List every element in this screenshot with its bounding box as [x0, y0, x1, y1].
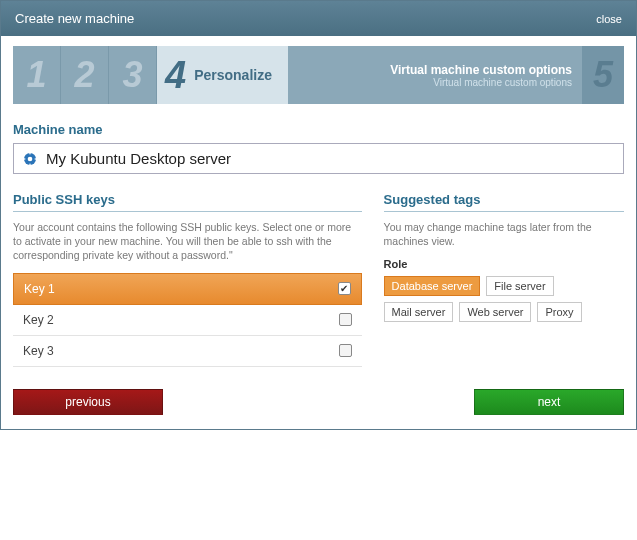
dialog-body: 1 2 3 4 Personalize Virtual machine cust…: [1, 36, 636, 379]
step-current-number: 4: [165, 54, 186, 97]
machine-name-input[interactable]: My Kubuntu Desktop server: [13, 143, 624, 174]
svg-rect-5: [35, 158, 38, 159]
step-3[interactable]: 3: [109, 46, 157, 104]
create-machine-dialog: Create new machine close 1 2 3 4 Persona…: [0, 0, 637, 430]
ssh-key-list: Key 1 ✔ Key 2 Key 3: [13, 273, 362, 367]
close-button[interactable]: close: [596, 13, 622, 25]
next-button[interactable]: next: [474, 389, 624, 415]
tag-mail-server[interactable]: Mail server: [384, 302, 454, 322]
ssh-key-row[interactable]: Key 2: [13, 305, 362, 336]
tag-file-server[interactable]: File server: [486, 276, 553, 296]
suggested-tags-section: Suggested tags You may change machine ta…: [384, 192, 624, 367]
step-options-title: Virtual machine custom options: [390, 63, 572, 77]
dialog-footer: previous next: [1, 379, 636, 429]
titlebar: Create new machine close: [1, 1, 636, 36]
svg-rect-2: [29, 151, 30, 154]
svg-rect-4: [23, 158, 26, 159]
machine-name-label: Machine name: [13, 122, 624, 137]
step-4-current: 4 Personalize: [157, 46, 288, 104]
svg-point-1: [28, 156, 33, 161]
role-label: Role: [384, 258, 624, 270]
suggested-tags-heading: Suggested tags: [384, 192, 624, 212]
tag-database-server[interactable]: Database server: [384, 276, 481, 296]
ssh-keys-heading: Public SSH keys: [13, 192, 362, 212]
step-current-label: Personalize: [194, 67, 272, 83]
wizard-steps: 1 2 3 4 Personalize Virtual machine cust…: [13, 46, 624, 104]
checkbox-icon[interactable]: [339, 344, 352, 357]
ssh-key-row[interactable]: Key 1 ✔: [13, 273, 362, 305]
machine-name-value: My Kubuntu Desktop server: [46, 150, 231, 167]
tag-web-server[interactable]: Web server: [459, 302, 531, 322]
step-2[interactable]: 2: [61, 46, 109, 104]
gear-icon: [22, 151, 38, 167]
svg-rect-3: [29, 163, 30, 166]
checkbox-icon[interactable]: [339, 313, 352, 326]
ssh-key-row[interactable]: Key 3: [13, 336, 362, 367]
previous-button[interactable]: previous: [13, 389, 163, 415]
tag-proxy[interactable]: Proxy: [537, 302, 581, 322]
ssh-key-label: Key 1: [24, 282, 55, 296]
suggested-tags-hint: You may change machine tags later from t…: [384, 220, 624, 248]
checkbox-icon[interactable]: ✔: [338, 282, 351, 295]
step-5[interactable]: 5: [582, 46, 624, 104]
step-options: Virtual machine custom options Virtual m…: [288, 46, 582, 104]
ssh-keys-section: Public SSH keys Your account contains th…: [13, 192, 362, 367]
tag-list: Database server File server Mail server …: [384, 276, 624, 322]
ssh-key-label: Key 2: [23, 313, 54, 327]
dialog-title: Create new machine: [15, 11, 134, 26]
ssh-keys-hint: Your account contains the following SSH …: [13, 220, 362, 263]
step-1[interactable]: 1: [13, 46, 61, 104]
ssh-key-label: Key 3: [23, 344, 54, 358]
step-options-subtitle: Virtual machine custom options: [433, 77, 572, 88]
